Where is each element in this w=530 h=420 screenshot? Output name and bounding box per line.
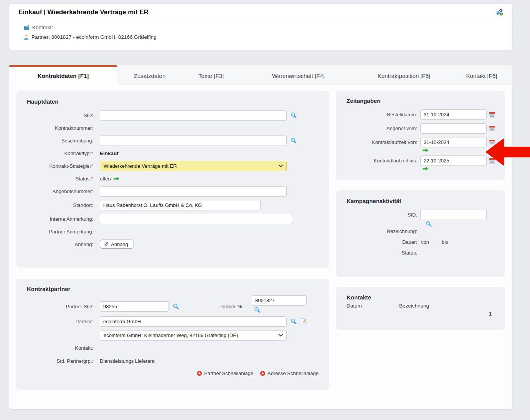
laufzeit-von-label: Kontraktlaufzeit von: bbox=[347, 139, 420, 145]
row-kampagne-status: Status: bbox=[347, 250, 497, 256]
page-title: Einkauf | Wiederkehrende Verträge mit ER bbox=[18, 8, 149, 16]
tab-bar: Kontraktdaten [F1] Zusatzdaten Texte [F3… bbox=[9, 65, 512, 85]
row-angebot-vom: Angebot vom: bbox=[347, 123, 497, 134]
anhang-button[interactable]: Anhang bbox=[100, 240, 134, 249]
angebotsnummer-label: Angebotsnummer: bbox=[27, 189, 100, 194]
kontakte-column-headers: Datum Bezeichnung bbox=[347, 303, 497, 309]
panel-zeitangaben: Zeitangaben Bestelldatum: Angebot vom: K… bbox=[336, 91, 505, 180]
kontakte-heading: Kontakte bbox=[347, 294, 497, 301]
partner-sid-search-icon[interactable] bbox=[173, 303, 179, 309]
interne-anmerkung-input[interactable] bbox=[100, 214, 292, 224]
laufzeit-von-copy-arrow-icon[interactable] bbox=[423, 148, 497, 153]
sid-label: SID: bbox=[27, 112, 100, 118]
kontakte-pager[interactable]: 1 bbox=[347, 311, 497, 317]
row-laufzeit-bis: Kontraktlaufzeit bis: bbox=[347, 155, 497, 166]
tab-texte[interactable]: Texte [F3] bbox=[182, 65, 240, 85]
tab-kontraktposition[interactable]: Kontraktposition [F5] bbox=[357, 65, 451, 85]
add-circle-icon: + bbox=[260, 371, 265, 376]
partner-nr-stack bbox=[252, 295, 307, 313]
row-bestelldatum: Bestelldatum: bbox=[347, 109, 497, 120]
partner-nr-label: Partner-Nr.: bbox=[179, 304, 252, 309]
status-label: Status:* bbox=[27, 176, 100, 182]
kampagne-dauer-bis-label: bis bbox=[442, 239, 448, 245]
angebot-vom-calendar-icon[interactable] bbox=[489, 125, 495, 132]
partner-sid-input[interactable] bbox=[100, 301, 169, 312]
partner-schnellanlage-label: Partner Schnellanlage bbox=[204, 370, 253, 376]
row-kampagne-dauer: Dauer: von bis bbox=[347, 239, 497, 245]
row-angebotsnummer: Angebotsnummer: bbox=[27, 186, 322, 197]
sid-search-icon[interactable] bbox=[291, 112, 297, 118]
quick-create-row: + Partner Schnellanlage + Adresse Schnel… bbox=[27, 370, 322, 376]
kampagne-dauer-label: Dauer: bbox=[347, 239, 420, 245]
row-kampagne-sid: SID: bbox=[347, 209, 497, 220]
row-standort: Standort: bbox=[27, 200, 322, 210]
row-kontrakttyp: Kontrakttyp:* Einkauf bbox=[27, 149, 322, 157]
partner-nr-input[interactable] bbox=[252, 295, 307, 306]
workflow-gears-icon[interactable] bbox=[495, 8, 504, 16]
partner-address-select[interactable]: ecoinform GmbH: Kleinhaderner Weg, 82166… bbox=[100, 330, 287, 341]
row-kontakt: Kontakt: bbox=[27, 344, 322, 352]
kampagne-sid-search-icon[interactable] bbox=[426, 221, 497, 227]
partner-edit-document-icon[interactable] bbox=[300, 318, 306, 324]
kontrakttyp-value: Einkauf bbox=[100, 150, 119, 156]
standort-label: Standort: bbox=[27, 202, 100, 208]
strategie-select[interactable]: Wiederkehrende Verträge mit ER bbox=[100, 161, 287, 171]
person-icon bbox=[24, 34, 29, 40]
laufzeit-bis-input[interactable] bbox=[420, 155, 487, 166]
app-page: Einkauf | Wiederkehrende Verträge mit ER bbox=[0, 0, 530, 420]
angebotsnummer-input[interactable] bbox=[100, 186, 287, 197]
title-row: Einkauf | Wiederkehrende Verträge mit ER bbox=[9, 4, 512, 20]
laufzeit-bis-calendar-icon[interactable] bbox=[489, 157, 495, 164]
row-laufzeit-von: Kontraktlaufzeit von: bbox=[347, 137, 497, 147]
kontrakttyp-label: Kontrakttyp:* bbox=[27, 150, 100, 156]
standort-input[interactable] bbox=[100, 200, 261, 210]
tab-kontraktdaten[interactable]: Kontraktdaten [F1] bbox=[9, 65, 117, 85]
partner-search-icon[interactable] bbox=[291, 318, 297, 324]
laufzeit-bis-copy-arrow-icon[interactable] bbox=[423, 167, 497, 171]
status-next-arrow-icon[interactable] bbox=[114, 177, 119, 181]
panel-kontraktpartner: Kontraktpartner Partner SID: Partner-Nr.… bbox=[16, 279, 329, 390]
kontakt-label: Kontakt: bbox=[27, 345, 100, 351]
row-kampagne-bezeichnung: Bezeichnung: bbox=[347, 228, 497, 234]
partner-nr-search-icon[interactable] bbox=[254, 307, 307, 313]
chevron-down-icon bbox=[279, 165, 283, 167]
laufzeit-von-calendar-icon[interactable] bbox=[489, 139, 495, 146]
tab-kontakt[interactable]: Kontakt [F6] bbox=[451, 65, 512, 85]
laufzeit-von-input[interactable] bbox=[420, 137, 487, 147]
row-anhang: Anhang: Anhang bbox=[27, 239, 322, 250]
partnergrp-value: Dienstleistungs Lieferant bbox=[100, 358, 154, 364]
tab-zusatzdaten[interactable]: Zusatzdaten bbox=[117, 65, 182, 85]
row-partner-address: ecoinform GmbH: Kleinhaderner Weg, 82166… bbox=[27, 330, 322, 341]
kampagne-sid-input[interactable] bbox=[420, 210, 487, 220]
header-info: Kontrakt: Partner: 8001827 - ecoinform G… bbox=[9, 20, 512, 42]
angebot-vom-input[interactable] bbox=[420, 123, 487, 134]
partner-address-selected-value: ecoinform GmbH: Kleinhaderner Weg, 82166… bbox=[104, 332, 238, 338]
row-sid: SID: bbox=[27, 110, 322, 121]
row-strategie: Kontrakt-Strategie:* Wiederkehrende Vert… bbox=[27, 160, 322, 171]
beschreibung-label: Beschreibung: bbox=[27, 138, 100, 144]
chevron-down-icon bbox=[279, 334, 283, 337]
row-partner: Partner: bbox=[27, 316, 322, 327]
bestelldatum-input[interactable] bbox=[420, 109, 487, 120]
tab-warenwirtschaft[interactable]: Warenwirtschaft [F4] bbox=[240, 65, 357, 85]
angebot-vom-label: Angebot vom: bbox=[347, 126, 420, 131]
row-partnergrp: Std. Partnergrp.: Dienstleistungs Liefer… bbox=[27, 357, 322, 365]
anhang-label: Anhang: bbox=[27, 241, 100, 247]
strategie-label: Kontrakt-Strategie:* bbox=[27, 163, 100, 169]
required-marker: * bbox=[91, 150, 93, 156]
kampagne-status-label: Status: bbox=[347, 250, 420, 256]
kontraktnummer-label: Kontraktnummer: bbox=[27, 125, 100, 131]
row-beschreibung: Beschreibung: bbox=[27, 135, 322, 146]
header-card: Einkauf | Wiederkehrende Verträge mit ER bbox=[9, 4, 512, 50]
row-interne-anmerkung: Interne Anmerkung: bbox=[27, 213, 322, 224]
partner-info-text: Partner: 8001827 - ecoinform GmbH, 82166… bbox=[31, 34, 157, 40]
row-status: Status:* offen bbox=[27, 174, 322, 183]
adresse-schnellanlage-link[interactable]: + Adresse Schnellanlage bbox=[260, 370, 319, 376]
partner-input[interactable] bbox=[100, 316, 287, 327]
beschreibung-input[interactable] bbox=[100, 136, 287, 146]
beschreibung-search-icon[interactable] bbox=[291, 137, 297, 144]
sid-input[interactable] bbox=[100, 110, 287, 121]
partner-anmerkung-label: Partner Anmerkung: bbox=[27, 229, 100, 235]
partner-schnellanlage-link[interactable]: + Partner Schnellanlage bbox=[197, 370, 253, 376]
bestelldatum-calendar-icon[interactable] bbox=[489, 111, 495, 118]
